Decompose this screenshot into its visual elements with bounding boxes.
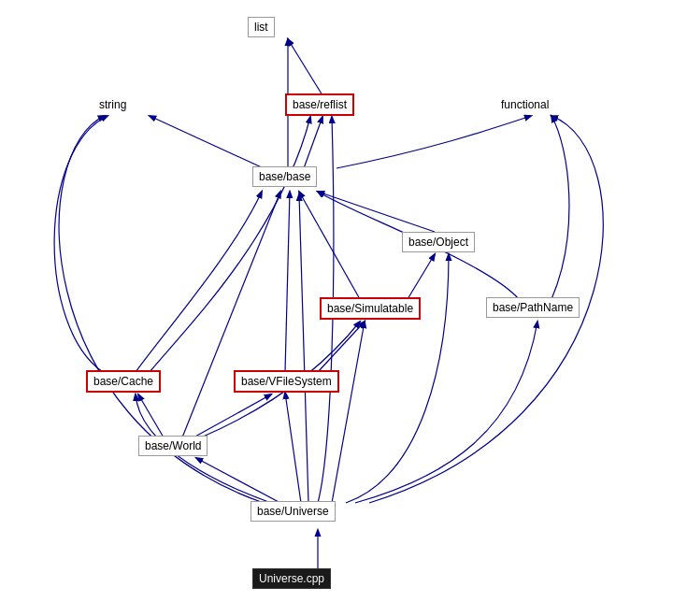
node-base-pathname: base/PathName [486,297,580,318]
node-base-cache: base/Cache [86,370,161,393]
node-base-base: base/base [252,166,317,187]
node-base-reflist: base/reflist [285,93,354,116]
node-functional: functional [495,95,554,114]
node-base-object: base/Object [402,232,475,252]
node-base-vfilesystem: base/VFileSystem [234,370,339,393]
dependency-graph: list string base/reflist functional base… [0,0,673,616]
node-universe-cpp: Universe.cpp [252,568,331,589]
node-string: string [93,95,132,114]
node-base-world: base/World [138,436,208,456]
node-base-universe: base/Universe [251,501,336,522]
node-base-simulatable: base/Simulatable [320,297,421,320]
node-list: list [248,17,275,37]
